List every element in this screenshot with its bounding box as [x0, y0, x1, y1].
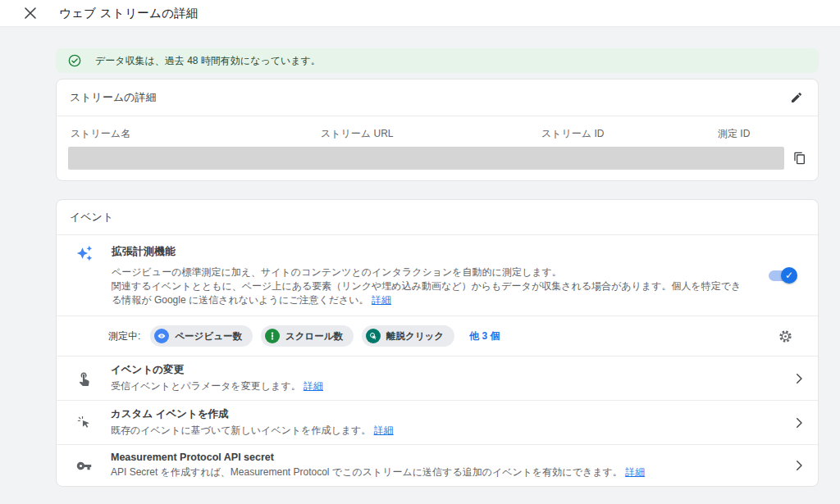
row-title: Measurement Protocol API secret [111, 452, 782, 463]
row-title: カスタム イベントを作成 [111, 407, 782, 421]
data-collection-banner: データ収集は、過去 48 時間有効になっています。 [56, 48, 819, 73]
enhanced-measurement-title: 拡張計測機能 [112, 244, 750, 259]
copy-button[interactable] [792, 150, 808, 166]
measuring-label: 測定中: [108, 329, 140, 343]
click-icon [366, 329, 381, 343]
row-modify-events[interactable]: イベントの変更 受信イベントとパラメータを変更します。 詳細 [57, 356, 818, 400]
touch-icon [75, 370, 93, 386]
row-create-custom-events[interactable]: カスタム イベントを作成 既存のイベントに基づいて新しいイベントを作成します。 … [57, 400, 818, 444]
enhanced-measurement-section: 拡張計測機能 ページビューの標準測定に加え、サイトのコンテンツとのインタラクショ… [57, 235, 818, 316]
row-measurement-protocol[interactable]: Measurement Protocol API secret API Secr… [57, 444, 818, 486]
measuring-row: 測定中: ページビュー数 スクロール数 離脱クリック 他 3 個 [57, 316, 818, 356]
chip-label: 離脱クリック [386, 330, 444, 343]
events-title: イベント [70, 210, 113, 225]
copy-icon [793, 152, 806, 165]
enhanced-measurement-details-link[interactable]: 詳細 [372, 294, 391, 306]
toggle-check-icon: ✓ [781, 267, 797, 284]
details-link[interactable]: 詳細 [304, 380, 323, 392]
chevron-right-icon[interactable] [792, 415, 806, 430]
main-content: データ収集は、過去 48 時間有効になっています。 ストリームの詳細 ストリーム… [56, 48, 819, 504]
details-link[interactable]: 詳細 [374, 425, 394, 436]
more-events-link[interactable]: 他 3 個 [469, 329, 500, 343]
enhanced-measurement-settings-gear-icon[interactable] [778, 329, 793, 344]
key-icon [75, 458, 93, 474]
chevron-right-icon[interactable] [792, 458, 806, 473]
close-icon[interactable] [22, 5, 39, 21]
topbar: ウェブ ストリームの詳細 [0, 0, 840, 27]
stream-columns: ストリーム名 ストリーム URL ストリーム ID 測定 ID [57, 116, 818, 147]
enhanced-measurement-toggle[interactable]: ✓ [769, 270, 795, 281]
stream-details-title: ストリームの詳細 [70, 90, 157, 105]
eye-icon [154, 329, 169, 343]
stream-details-card: ストリームの詳細 ストリーム名 ストリーム URL ストリーム ID 測定 ID [56, 79, 819, 181]
sparkle-icon [76, 245, 93, 306]
chip-label: ページビュー数 [175, 330, 242, 343]
row-description: API Secret を作成すれば、Measurement Protocol で… [111, 466, 623, 478]
cursor-spark-icon [75, 415, 93, 430]
check-circle-icon [68, 54, 81, 67]
page-title: ウェブ ストリームの詳細 [59, 6, 199, 21]
chevron-right-icon[interactable] [792, 371, 806, 386]
enhanced-measurement-desc-2: 関連するイベントとともに、ページ上にある要素（リンクや埋め込み動画など）からもデ… [112, 280, 741, 306]
chip-scrolls: スクロール数 [261, 325, 354, 347]
row-title: イベントの変更 [111, 363, 782, 377]
chip-page-views: ページビュー数 [150, 325, 253, 347]
column-measurement-id: 測定 ID [718, 127, 805, 141]
column-stream-name: ストリーム名 [71, 127, 321, 141]
events-card: イベント 拡張計測機能 ページビューの標準測定に加え、サイトのコンテンツとのイン… [56, 199, 819, 487]
column-stream-id: ストリーム ID [541, 127, 718, 141]
details-link[interactable]: 詳細 [625, 466, 645, 478]
row-description: 既存のイベントに基づいて新しいイベントを作成します。 [111, 425, 371, 436]
redacted-stream-values [68, 147, 784, 170]
chip-label: スクロール数 [285, 330, 343, 343]
column-stream-url: ストリーム URL [321, 127, 541, 141]
row-description: 受信イベントとパラメータを変更します。 [111, 380, 301, 392]
chip-outbound-clicks: 離脱クリック [362, 325, 454, 347]
scroll-icon [265, 329, 280, 343]
banner-text: データ収集は、過去 48 時間有効になっています。 [95, 54, 321, 68]
pencil-icon [790, 91, 803, 104]
enhanced-measurement-desc-1: ページビューの標準測定に加え、サイトのコンテンツとのインタラクションを自動的に測… [112, 266, 750, 279]
edit-button[interactable] [788, 89, 805, 106]
